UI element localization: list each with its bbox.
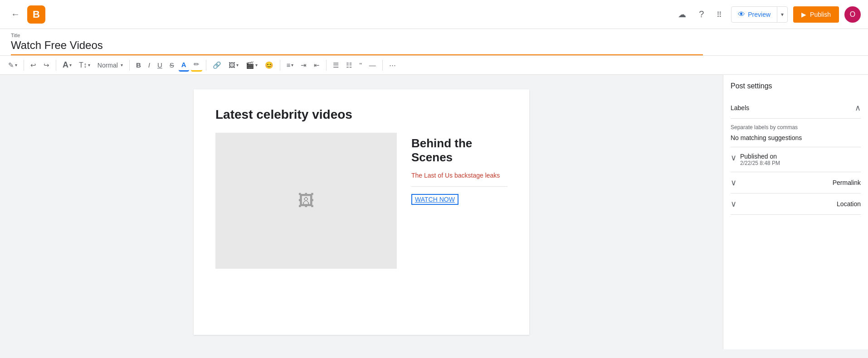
title-input[interactable]	[11, 39, 703, 55]
numbered-list-button[interactable]: ☷	[343, 59, 355, 71]
link-icon: 🔗	[213, 61, 221, 69]
bold-icon: B	[136, 61, 141, 69]
location-chevron-icon: ∨	[731, 199, 736, 209]
chevron-down-icon: ▾	[781, 11, 784, 18]
published-chevron-icon: ∨	[731, 153, 736, 163]
separator-6	[326, 60, 327, 71]
watch-now-link[interactable]: WATCH NOW	[411, 194, 458, 205]
separator-2	[56, 60, 56, 71]
text-size-dropdown-icon: ▾	[88, 63, 90, 68]
post-settings-sidebar: Post settings Labels ∧ Separate labels b…	[723, 75, 868, 349]
bullet-list-icon: ☰	[333, 61, 339, 69]
font-icon: A	[63, 60, 68, 70]
separator-3	[129, 60, 130, 71]
nav-left: ← B	[7, 5, 45, 24]
preview-main-button[interactable]: 👁 Preview	[731, 7, 777, 22]
separator-5	[280, 60, 280, 71]
text-color-button[interactable]: A	[179, 59, 189, 72]
save-to-cloud-button[interactable]: ☁	[674, 6, 690, 23]
main-area: Latest celebrity videos 🖼 Behind the Sce…	[0, 75, 868, 349]
font-dropdown-icon: ▾	[69, 63, 72, 68]
indent-left-icon: ⇤	[314, 61, 320, 69]
font-button[interactable]: A ▾	[60, 58, 74, 72]
hr-button[interactable]: —	[366, 59, 379, 71]
emoji-icon: 😊	[265, 61, 273, 69]
labels-section-header[interactable]: Labels ∧	[731, 97, 861, 119]
bullet-list-button[interactable]: ☰	[330, 59, 341, 71]
content-block: 🖼 Behind the Scenes The Last of Us backs…	[215, 133, 507, 269]
help-button[interactable]: ?	[695, 5, 707, 23]
permalink-chevron-icon: ∨	[731, 178, 736, 188]
published-on-section[interactable]: ∨ Published on 2/22/25 8:48 PM	[731, 147, 861, 172]
image-button[interactable]: 🖼 ▾	[226, 59, 241, 71]
text-block: Behind the Scenes The Last of Us backsta…	[411, 133, 507, 205]
underline-button[interactable]: U	[155, 59, 165, 71]
published-on-label: Published on	[740, 153, 780, 160]
post-settings-title: Post settings	[731, 82, 861, 90]
hr-icon: —	[369, 61, 376, 69]
format-dropdown[interactable]: Normal ▾	[95, 60, 126, 71]
eye-icon: 👁	[738, 10, 745, 19]
post-heading: Latest celebrity videos	[215, 107, 507, 122]
preview-dropdown-arrow[interactable]: ▾	[777, 7, 787, 22]
placeholder-image-icon: 🖼	[298, 191, 314, 210]
text-size-button[interactable]: T↕ ▾	[76, 59, 93, 71]
card-title: Behind the Scenes	[411, 136, 507, 164]
no-matching-suggestions: No matching suggestions	[731, 134, 861, 141]
format-dropdown-icon: ▾	[121, 63, 123, 68]
separator-7	[382, 60, 383, 71]
preview-button-group[interactable]: 👁 Preview ▾	[731, 6, 788, 23]
undo-icon: ↩	[30, 61, 36, 69]
editor-page[interactable]: Latest celebrity videos 🖼 Behind the Sce…	[194, 89, 529, 335]
publish-button[interactable]: ▶ Publish	[793, 6, 839, 23]
publish-icon: ▶	[801, 11, 806, 18]
preview-label: Preview	[748, 11, 770, 18]
video-dropdown-icon: ▾	[255, 63, 258, 68]
back-icon: ←	[11, 9, 20, 19]
numbered-list-icon: ☷	[346, 61, 352, 69]
pen-icon: ✎	[8, 61, 14, 69]
top-nav: ← B ☁ ? ⠿ 👁 Preview ▾ ▶ Publish O	[0, 0, 868, 29]
published-date: 2/22/25 8:48 PM	[740, 160, 780, 166]
location-section[interactable]: ∨ Location	[731, 194, 861, 215]
undo-button[interactable]: ↩	[28, 59, 39, 71]
emoji-button[interactable]: 😊	[262, 59, 276, 71]
image-placeholder: 🖼	[215, 133, 397, 269]
redo-button[interactable]: ↪	[41, 59, 52, 71]
title-label: Title	[11, 33, 857, 38]
more-options-button[interactable]: ⋯	[386, 59, 399, 71]
bold-button[interactable]: B	[133, 59, 144, 71]
italic-button[interactable]: I	[146, 59, 153, 71]
logo-letter: B	[33, 9, 40, 20]
redo-icon: ↪	[44, 61, 49, 69]
align-button[interactable]: ≡ ▾	[284, 59, 297, 71]
labels-label: Labels	[731, 104, 749, 111]
indent-right-button[interactable]: ⇥	[298, 59, 309, 71]
indent-left-button[interactable]: ⇤	[311, 59, 322, 71]
quote-icon: "	[359, 61, 361, 69]
pen-dropdown-icon: ▾	[15, 63, 17, 68]
publish-label: Publish	[810, 11, 831, 18]
quote-button[interactable]: "	[356, 59, 364, 71]
nav-right: ☁ ? ⠿ 👁 Preview ▾ ▶ Publish O	[674, 5, 861, 23]
permalink-section[interactable]: ∨ Permalink	[731, 172, 861, 194]
back-button[interactable]: ←	[7, 5, 24, 23]
align-dropdown-icon: ▾	[291, 63, 293, 68]
apps-button[interactable]: ⠿	[713, 5, 726, 23]
avatar[interactable]: O	[844, 6, 861, 23]
strikethrough-button[interactable]: S	[167, 59, 177, 71]
image-icon: 🖼	[229, 61, 235, 69]
video-button[interactable]: 🎬 ▾	[243, 59, 260, 71]
pen-tool-button[interactable]: ✎ ▾	[5, 59, 20, 71]
editor-toolbar: ✎ ▾ ↩ ↪ A ▾ T↕ ▾ Normal ▾ B I U S A ✏ 🔗 …	[0, 56, 868, 75]
separator-4	[206, 60, 206, 71]
video-icon: 🎬	[246, 61, 254, 69]
labels-hint: Separate labels by commas	[731, 124, 861, 131]
italic-icon: I	[148, 61, 150, 69]
editor-area[interactable]: Latest celebrity videos 🖼 Behind the Sce…	[0, 75, 723, 349]
location-label: Location	[837, 200, 861, 208]
separator-1	[24, 60, 24, 71]
highlight-button[interactable]: ✏	[191, 58, 202, 72]
text-size-icon: T↕	[79, 61, 87, 69]
link-button[interactable]: 🔗	[210, 59, 224, 71]
